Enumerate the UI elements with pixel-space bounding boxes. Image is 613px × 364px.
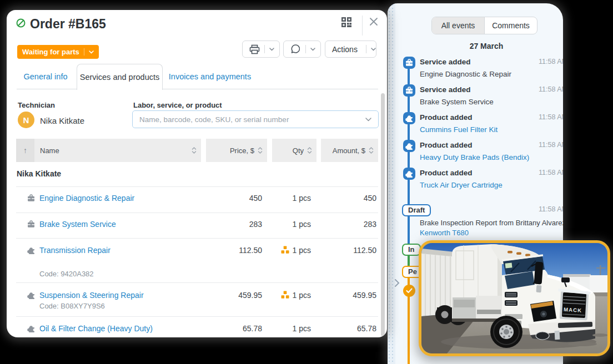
- row-qty: 1 pcs: [262, 324, 316, 333]
- row-price: 65.78: [201, 324, 262, 333]
- table-row: Transmission Repair Code: 9420A382 112.5…: [16, 238, 378, 282]
- row-amount: 283: [319, 220, 380, 229]
- tab-invoices-and-payments[interactable]: Invoices and payments: [163, 64, 257, 89]
- row-price: 283: [201, 220, 262, 229]
- column-qty[interactable]: Qty: [272, 139, 316, 162]
- briefcase-icon: [403, 84, 415, 97]
- svg-text:MACK: MACK: [564, 306, 582, 314]
- event-subtitle[interactable]: Heavy Duty Brake Pads (Bendix): [420, 153, 529, 161]
- status-badge[interactable]: Waiting for parts: [17, 45, 99, 59]
- column-price[interactable]: Price, $: [206, 139, 267, 162]
- column-sort-direction[interactable]: ↑: [16, 139, 34, 162]
- event-time: 11:58 AM: [539, 205, 563, 213]
- row-name-link[interactable]: Suspension & Steering Repair: [39, 291, 144, 300]
- row-name-link[interactable]: Oil & Filter Change (Heavy Duty): [39, 324, 153, 333]
- order-modal: Order #B165 Waiting for parts: [7, 10, 387, 337]
- serial-stock-icon: [281, 291, 289, 301]
- row-amount: 459.95: [319, 291, 380, 300]
- actions-label: Actions: [332, 45, 358, 54]
- truck-photo-card[interactable]: MACK: [419, 240, 610, 356]
- column-amount[interactable]: Amount, $: [321, 139, 378, 162]
- close-icon[interactable]: [368, 16, 381, 29]
- panel-collapse-chevron-icon[interactable]: [394, 279, 404, 290]
- row-price: 450: [201, 194, 262, 203]
- row-qty: 1 pcs: [262, 246, 316, 256]
- event-text: Brake Inspection Report from Brittany Al…: [420, 219, 563, 237]
- briefcase-icon: [21, 194, 41, 203]
- feed-date: 27 March: [410, 42, 563, 50]
- row-qty: 1 pcs: [262, 291, 316, 301]
- chevron-down-icon: [371, 48, 376, 51]
- search-label: Labor, service, or product: [133, 101, 222, 109]
- sort-icon: [192, 147, 197, 154]
- event-subtitle[interactable]: Cummins Fuel Filter Kit: [420, 125, 498, 134]
- sort-icon: [258, 147, 263, 154]
- chevron-down-icon: [269, 48, 274, 51]
- event-title: Service added: [420, 85, 471, 94]
- sort-icon: [369, 147, 374, 154]
- briefcase-icon: [21, 220, 41, 229]
- event-status-badge: In: [402, 244, 421, 256]
- table-row: Suspension & Steering Repair Code: B08XY…: [16, 282, 378, 316]
- actions-button[interactable]: Actions: [325, 41, 376, 58]
- panel-gap-dots: [388, 3, 395, 364]
- column-name[interactable]: Name: [34, 139, 201, 162]
- event-status-badge: Draft: [402, 204, 431, 216]
- table-row: Oil & Filter Change (Heavy Duty) 65.78 1…: [16, 316, 378, 337]
- event-time: 11:58 AM: [539, 169, 563, 176]
- puzzle-icon: [21, 246, 41, 255]
- event-title: Product added: [420, 141, 473, 149]
- puzzle-icon: [403, 140, 415, 152]
- technician-name: Nika Kitkate: [40, 116, 84, 125]
- tab-services-and-products[interactable]: Services and products: [77, 64, 163, 90]
- event-subtitle[interactable]: Truck Air Dryer Cartridge: [420, 181, 503, 189]
- tab-general-info[interactable]: General info: [17, 64, 74, 89]
- row-amount: 112.50: [319, 246, 380, 255]
- sort-icon: [307, 147, 312, 154]
- technician-label: Technician: [18, 101, 55, 109]
- tabs-bar: General info Services and products Invoi…: [17, 64, 378, 89]
- event-subtitle: Engine Diagnostic & Repair: [420, 70, 511, 78]
- event-title: Product added: [420, 169, 473, 177]
- briefcase-icon: [403, 57, 415, 69]
- avatar: N: [18, 112, 34, 128]
- printer-icon: [249, 44, 260, 54]
- order-status-icon: [16, 18, 26, 28]
- row-name-link[interactable]: Brake System Service: [39, 220, 116, 229]
- status-label: Waiting for parts: [22, 48, 79, 56]
- search-placeholder: Name, barcode, code, SKU, or serial numb…: [139, 115, 365, 124]
- row-price: 112.50: [201, 246, 262, 255]
- event-time: 11:58 AM: [539, 58, 563, 65]
- vertical-scrollbar[interactable]: [381, 93, 385, 336]
- event-subtitle: Brake System Service: [420, 98, 494, 106]
- qr-code-icon[interactable]: [340, 16, 354, 29]
- row-code: Code: 9420A382: [39, 270, 110, 278]
- event-time: 11:58 AM: [539, 85, 563, 93]
- tab-comments[interactable]: Comments: [484, 17, 537, 34]
- truck-photo: MACK: [421, 243, 607, 353]
- tab-all-events[interactable]: All events: [432, 17, 484, 34]
- row-amount: 450: [319, 194, 380, 203]
- puzzle-icon: [403, 112, 415, 124]
- row-amount: 65.78: [319, 324, 380, 333]
- puzzle-icon: [21, 291, 41, 300]
- chat-button[interactable]: [283, 41, 321, 58]
- event-title: Service added: [420, 58, 471, 66]
- page-background: All events Comments 27 March Service add…: [0, 0, 613, 364]
- event-link[interactable]: Kenworth T680: [420, 229, 563, 237]
- row-code: Code: B08XY7Y9S6: [39, 302, 144, 310]
- event-time: 11:58 AM: [539, 141, 563, 149]
- search-input[interactable]: Name, barcode, code, SKU, or serial numb…: [132, 110, 379, 128]
- chat-bubble-icon: [290, 44, 301, 54]
- event-title: Product added: [420, 113, 473, 122]
- row-name-link[interactable]: Engine Diagnostic & Repair: [39, 194, 134, 203]
- table-row: Brake System Service 283 1 pcs 283: [16, 213, 378, 238]
- page-title: Order #B165: [30, 17, 106, 32]
- row-price: 459.95: [201, 291, 262, 300]
- table-row: Engine Diagnostic & Repair 450 1 pcs 450: [16, 186, 378, 213]
- chevron-down-icon: [365, 118, 371, 122]
- chevron-down-icon: [89, 50, 94, 54]
- event-time: 11:58 AM: [539, 113, 563, 121]
- row-name-link[interactable]: Transmission Repair: [39, 246, 110, 255]
- print-button[interactable]: [242, 41, 280, 58]
